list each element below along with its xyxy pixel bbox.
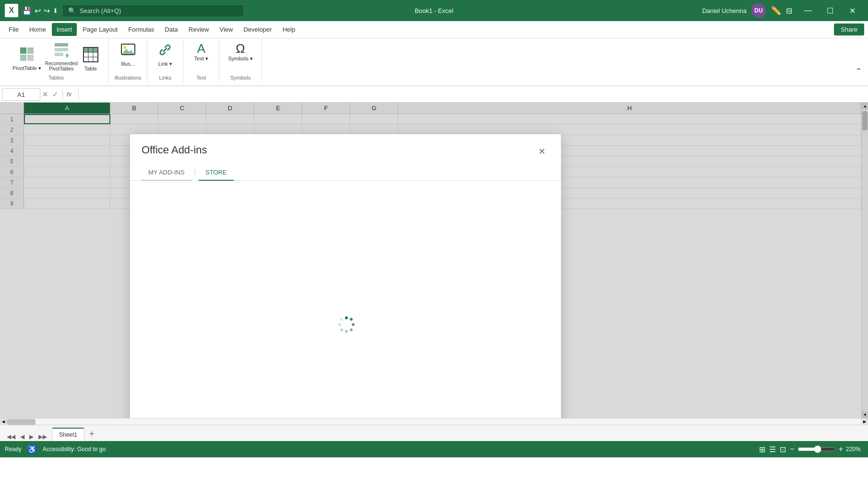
pivot-table-icon <box>19 47 35 64</box>
normal-view-icon[interactable]: ⊞ <box>759 445 765 454</box>
symbols-icon: Ω <box>236 42 245 55</box>
table-button[interactable]: Table <box>79 46 103 72</box>
sheet-tabs-bar: ◀◀ ◀ ▶ ▶▶ Sheet1 + <box>0 425 868 441</box>
ribbon-group-tables: PivotTable ▾ RecommendedPivotTables <box>4 39 109 82</box>
formula-divider-2 <box>78 89 79 100</box>
menu-data[interactable]: Data <box>160 23 182 36</box>
text-button[interactable]: A Text ▾ <box>189 41 213 63</box>
status-bar: Ready ♿ Accessibility: Good to go ⊞ ☰ ⊡ … <box>0 441 868 457</box>
pivot-table-button[interactable]: PivotTable ▾ <box>10 46 44 72</box>
dialog-header: Office Add-ins ✕ <box>130 134 561 159</box>
recommended-pivots-button[interactable]: RecommendedPivotTables <box>46 41 77 72</box>
menu-pagelayout[interactable]: Page Layout <box>78 23 122 36</box>
links-group-label: Links <box>159 75 172 81</box>
illustrations-label: Illus... <box>121 61 135 67</box>
dialog-tab-store[interactable]: STORE <box>199 165 234 181</box>
redo-icon[interactable]: ↪ <box>44 6 50 15</box>
loading-spinner <box>337 315 354 332</box>
svg-marker-16 <box>121 49 135 55</box>
link-label: Link ▾ <box>158 61 172 67</box>
minimize-button[interactable]: — <box>797 0 819 21</box>
title-bar-right: Daniel Uchenna DU ✏️ ⊟ — ☐ ✕ <box>702 0 863 21</box>
add-sheet-button[interactable]: + <box>84 427 99 441</box>
zoom-slider[interactable] <box>797 445 836 453</box>
formula-divider <box>62 89 63 100</box>
zoom-minus-button[interactable]: − <box>790 445 794 454</box>
svg-rect-3 <box>27 55 34 61</box>
maximize-button[interactable]: ☐ <box>819 0 841 21</box>
menu-developer[interactable]: Developer <box>238 23 276 36</box>
formula-cancel-icon[interactable]: ✕ <box>42 90 48 99</box>
undo-icon[interactable]: ↩ <box>35 6 41 15</box>
tables-buttons: PivotTable ▾ RecommendedPivotTables <box>10 41 103 72</box>
accessibility-label: Accessibility: Good to go <box>43 446 106 453</box>
app-title: 🔍 Search (Alt+Q) <box>62 4 244 17</box>
symbols-group-label: Symbols <box>230 75 250 81</box>
tables-group-label: Tables <box>48 75 64 81</box>
text-label: Text ▾ <box>194 56 208 62</box>
link-button[interactable]: Link ▾ <box>153 41 177 68</box>
function-icon[interactable]: fx <box>67 91 71 98</box>
dialog-tab-my-addins[interactable]: MY ADD-INS <box>142 165 191 181</box>
text-buttons: A Text ▾ <box>189 41 213 63</box>
excel-icon: X <box>5 4 18 17</box>
sheet-nav-prev[interactable]: ◀ <box>18 432 26 441</box>
sheet-nav: ◀◀ ◀ ▶ ▶▶ <box>2 432 52 441</box>
menu-help[interactable]: Help <box>278 23 300 36</box>
svg-marker-7 <box>66 53 69 58</box>
sheet-tab-sheet1[interactable]: Sheet1 <box>52 428 84 441</box>
search-bar[interactable]: 🔍 Search (Alt+Q) <box>62 4 244 17</box>
formula-bar: A1 ✕ ✓ fx <box>0 86 868 103</box>
formula-confirm-icon[interactable]: ✓ <box>52 90 59 99</box>
dialog-content <box>130 181 561 418</box>
close-button[interactable]: ✕ <box>841 0 863 21</box>
save-icon[interactable]: 💾 <box>22 6 32 15</box>
svg-point-23 <box>338 323 341 326</box>
link-icon <box>157 42 173 60</box>
dropdown-icon[interactable]: ⬇ <box>53 7 58 14</box>
illustrations-buttons: Illus... <box>116 41 140 68</box>
svg-rect-0 <box>20 47 26 54</box>
office-addins-dialog: Office Add-ins ✕ MY ADD-INS | STORE <box>130 134 561 418</box>
sheet-nav-last[interactable]: ▶▶ <box>36 432 49 441</box>
text-group-label: Text <box>196 75 206 81</box>
sheet-area: A B C D E F G H 1 2 <box>0 103 868 418</box>
collapse-ribbon-button[interactable]: ⌃ <box>853 64 864 79</box>
pivot-table-label: PivotTable ▾ <box>12 65 41 71</box>
sheet-nav-next[interactable]: ▶ <box>27 432 36 441</box>
page-layout-icon[interactable]: ☰ <box>769 445 776 454</box>
table-label: Table <box>84 66 97 71</box>
svg-point-15 <box>123 46 126 49</box>
menu-formulas[interactable]: Formulas <box>123 23 159 36</box>
menu-home[interactable]: Home <box>24 23 51 36</box>
share-button[interactable]: Share <box>834 23 864 35</box>
svg-point-20 <box>350 328 353 331</box>
name-box[interactable]: A1 <box>2 88 40 101</box>
symbols-button[interactable]: Ω Symbols ▾ <box>225 41 255 63</box>
sheet-nav-first[interactable]: ◀◀ <box>5 432 17 441</box>
menu-bar: File Home Insert Page Layout Formulas Da… <box>0 21 868 38</box>
user-avatar[interactable]: DU <box>751 3 766 18</box>
formula-icons: ✕ ✓ <box>42 90 59 99</box>
menu-file[interactable]: File <box>4 23 24 36</box>
svg-rect-2 <box>20 55 26 61</box>
zoom-plus-button[interactable]: + <box>839 445 843 454</box>
h-scroll-thumb[interactable] <box>7 419 36 425</box>
scroll-left-button[interactable]: ◀ <box>0 419 7 425</box>
h-scroll-track <box>7 419 861 425</box>
accessibility-icon[interactable]: ♿ <box>27 445 37 454</box>
page-break-icon[interactable]: ⊡ <box>780 445 786 454</box>
illustrations-button[interactable]: Illus... <box>116 41 140 68</box>
window-controls: — ☐ ✕ <box>797 0 863 21</box>
table-icon <box>83 47 98 65</box>
menu-review[interactable]: Review <box>184 23 214 36</box>
pen-icon[interactable]: ✏️ <box>771 5 781 16</box>
menu-insert[interactable]: Insert <box>52 23 77 36</box>
recommended-pivots-icon <box>54 42 69 60</box>
restore-icon[interactable]: ⊟ <box>786 6 792 15</box>
dialog-close-button[interactable]: ✕ <box>534 144 549 159</box>
scroll-right-button[interactable]: ▶ <box>861 419 868 425</box>
menu-view[interactable]: View <box>214 23 238 36</box>
horizontal-scrollbar[interactable]: ◀ ▶ <box>0 418 868 425</box>
formula-input[interactable] <box>83 91 866 98</box>
